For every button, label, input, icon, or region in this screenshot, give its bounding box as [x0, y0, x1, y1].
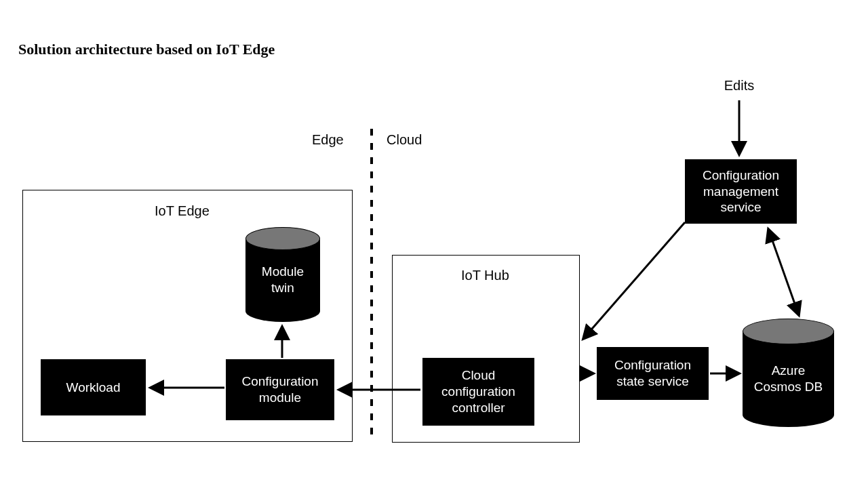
config-module-node-label: Configuration module: [229, 373, 332, 406]
iot-hub-container-label: IoT Hub: [461, 268, 509, 283]
config-module-node: Configuration module: [226, 359, 334, 420]
iot-edge-container-label: IoT Edge: [155, 203, 210, 219]
arrow-mgmt-cosmos: [768, 229, 799, 315]
diagram-canvas: Solution architecture based on IoT Edge …: [0, 0, 868, 488]
cloud-controller-node-label: Cloud configuration controller: [425, 367, 532, 415]
diagram-title: Solution architecture based on IoT Edge: [18, 41, 275, 58]
cloud-controller-node: Cloud configuration controller: [422, 358, 534, 426]
module-twin-node-label: Module twin: [250, 264, 316, 296]
workload-node: Workload: [41, 359, 146, 415]
config-state-service-node: Configuration state service: [597, 347, 709, 400]
config-state-service-node-label: Configuration state service: [599, 357, 706, 390]
cosmos-db-node-label: Azure Cosmos DB: [747, 363, 830, 395]
cloud-region-label: Cloud: [387, 132, 422, 148]
config-mgmt-service-node-label: Configuration management service: [688, 167, 794, 216]
edits-label: Edits: [719, 78, 760, 94]
arrow-mgmt-to-iothub: [583, 222, 685, 339]
module-twin-node: Module twin: [245, 227, 320, 322]
workload-node-label: Workload: [66, 380, 121, 396]
config-mgmt-service-node: Configuration management service: [685, 159, 797, 224]
edge-region-label: Edge: [312, 132, 344, 148]
cosmos-db-node: Azure Cosmos DB: [743, 319, 834, 427]
